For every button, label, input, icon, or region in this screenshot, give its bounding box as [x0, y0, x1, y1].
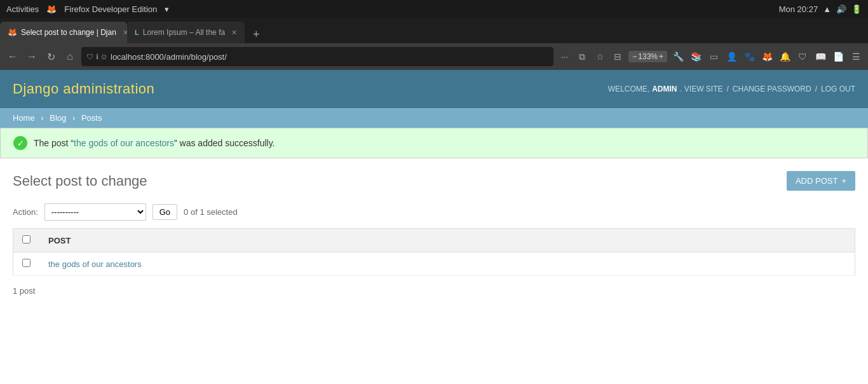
log-out-link[interactable]: LOG OUT: [821, 85, 855, 93]
os-bar-right: Mon 20:27 ▲ 🔊 🔋: [779, 4, 862, 14]
battery-icon: 🔋: [851, 4, 862, 14]
activities-label[interactable]: Activities: [6, 4, 39, 14]
go-button[interactable]: Go: [153, 204, 177, 220]
table-header-row: POST: [13, 229, 855, 252]
action-bar: Action: ---------- Go 0 of 1 selected: [13, 203, 855, 221]
bookmark-list-icon[interactable]: ⊟: [611, 50, 625, 64]
volume-icon: 🔊: [836, 4, 846, 14]
pocket-icon[interactable]: ⧉: [575, 50, 589, 64]
wrench-icon[interactable]: 🔧: [671, 50, 685, 64]
toolbar-right: ··· ⧉ ☆ ⊟ − 133% + 🔧 📚 ▭ 👤 🐾 🦊 🔔 🛡 📖 📄 ☰: [557, 50, 863, 64]
django-admin: Django administration WELCOME, ADMIN . V…: [0, 70, 868, 384]
plus-icon: +: [841, 176, 846, 186]
divider1: /: [727, 85, 729, 93]
success-message: ✓ The post “the gods of our ancestors” w…: [0, 128, 868, 158]
row-post-cell: the gods of our ancestors: [39, 252, 855, 276]
success-suffix: ” was added successfully.: [174, 138, 275, 148]
browser-chrome: 🦊 Select post to change | Djan ✕ L Lorem…: [0, 18, 868, 70]
change-password-link[interactable]: CHANGE PASSWORD: [733, 85, 811, 93]
action-label: Action:: [13, 207, 38, 217]
zoom-increase[interactable]: +: [659, 52, 663, 61]
welcome-text: WELCOME,: [608, 85, 649, 93]
time: Mon 20:27: [779, 4, 818, 14]
home-button[interactable]: ⌂: [62, 49, 78, 64]
forward-button[interactable]: →: [24, 49, 39, 64]
address-text: localhost:8000/admin/blog/post/: [111, 52, 548, 62]
back-button[interactable]: ←: [5, 49, 20, 64]
app-name: Firefox Developer Edition: [64, 4, 157, 14]
menu-icon[interactable]: ☰: [849, 50, 863, 64]
address-box[interactable]: 🛡 ℹ ⊙ localhost:8000/admin/blog/post/: [81, 47, 553, 66]
add-post-button[interactable]: ADD POST +: [787, 171, 855, 191]
zoom-level: 133%: [638, 52, 658, 61]
avatar-icon[interactable]: 👤: [724, 50, 738, 64]
tab-admin-favicon: 🦊: [8, 28, 17, 37]
pdf-icon[interactable]: 📄: [831, 50, 845, 64]
row-checkbox[interactable]: [22, 259, 31, 267]
select-all-checkbox[interactable]: [22, 235, 31, 243]
table-body: the gods of our ancestors: [13, 252, 855, 276]
camera-icon: ⊙: [101, 53, 107, 61]
firefox-icon2[interactable]: 🦊: [760, 50, 774, 64]
admin-header: Django administration WELCOME, ADMIN . V…: [0, 70, 868, 108]
shield2-icon[interactable]: 🛡: [796, 50, 810, 64]
post-column-header: POST: [39, 229, 855, 252]
library-icon[interactable]: 📚: [689, 50, 703, 64]
breadcrumb-blog[interactable]: Blog: [50, 113, 66, 123]
more-options-button[interactable]: ···: [557, 50, 571, 64]
wifi-icon: ▲: [823, 4, 831, 14]
select-all-col: [13, 229, 40, 252]
tab-bar: 🦊 Select post to change | Djan ✕ L Lorem…: [0, 18, 868, 43]
dot-separator: .: [679, 85, 681, 93]
zoom-indicator[interactable]: − 133% +: [628, 51, 667, 62]
tab-admin-close[interactable]: ✕: [123, 29, 127, 37]
post-table: POST the gods of our ancestors: [13, 228, 855, 276]
success-text: The post “the gods of our ancestors” was…: [34, 138, 275, 148]
content-area: Select post to change ADD POST + Action:…: [0, 158, 868, 312]
breadcrumb-posts: Posts: [81, 113, 102, 123]
info-icon: ℹ: [96, 53, 98, 61]
success-post-link[interactable]: the gods of our ancestors: [74, 138, 174, 148]
tab-admin-label: Select post to change | Djan: [21, 28, 116, 37]
notification-icon[interactable]: 🔔: [778, 50, 792, 64]
breadcrumb-sep2: ›: [72, 113, 75, 123]
bookmark-icon[interactable]: 📖: [813, 50, 827, 64]
address-bar-row: ← → ↻ ⌂ 🛡 ℹ ⊙ localhost:8000/admin/blog/…: [0, 43, 868, 70]
action-select[interactable]: ----------: [44, 203, 146, 221]
admin-user-info: WELCOME, ADMIN . VIEW SITE / CHANGE PASS…: [608, 85, 855, 93]
shield-icon: 🛡: [86, 53, 93, 60]
selected-count: 0 of 1 selected: [184, 207, 238, 217]
os-bar-left: Activities 🦊 Firefox Developer Edition ▾: [6, 4, 169, 14]
table-row: the gods of our ancestors: [13, 252, 855, 276]
post-link[interactable]: the gods of our ancestors: [48, 259, 142, 269]
page-header-row: Select post to change ADD POST +: [13, 171, 855, 191]
row-checkbox-cell: [13, 252, 40, 276]
tab-lorem-favicon: L: [135, 29, 139, 36]
success-prefix: The post “: [34, 138, 74, 148]
success-icon: ✓: [13, 136, 27, 150]
admin-title: Django administration: [13, 81, 154, 97]
address-security-icons: 🛡 ℹ ⊙: [86, 53, 107, 61]
breadcrumb-home[interactable]: Home: [13, 113, 35, 123]
zoom-decrease[interactable]: −: [632, 52, 637, 61]
tab-lorem-close[interactable]: ✕: [231, 29, 237, 37]
add-post-label: ADD POST: [796, 176, 837, 186]
breadcrumb-sep1: ›: [41, 113, 43, 123]
paw-icon[interactable]: 🐾: [742, 50, 756, 64]
os-bar: Activities 🦊 Firefox Developer Edition ▾…: [0, 0, 868, 18]
dropdown-arrow[interactable]: ▾: [165, 4, 169, 14]
reload-button[interactable]: ↻: [43, 49, 58, 64]
new-tab-button[interactable]: +: [247, 25, 265, 43]
firefox-icon: 🦊: [46, 4, 57, 14]
bookmark-star-icon[interactable]: ☆: [593, 50, 607, 64]
post-count: 1 post: [13, 282, 855, 299]
breadcrumb: Home › Blog › Posts: [0, 108, 868, 128]
tab-lorem-label: Lorem Ipsum – All the fa: [143, 28, 225, 37]
admin-name: ADMIN: [652, 85, 677, 93]
divider2: /: [815, 85, 817, 93]
tab-lorem[interactable]: L Lorem Ipsum – All the fa ✕: [127, 22, 245, 43]
tab-admin[interactable]: 🦊 Select post to change | Djan ✕: [0, 22, 127, 43]
table-header: POST: [13, 229, 855, 252]
view-site-link[interactable]: VIEW SITE: [684, 85, 723, 93]
sidebar-icon[interactable]: ▭: [707, 50, 721, 64]
